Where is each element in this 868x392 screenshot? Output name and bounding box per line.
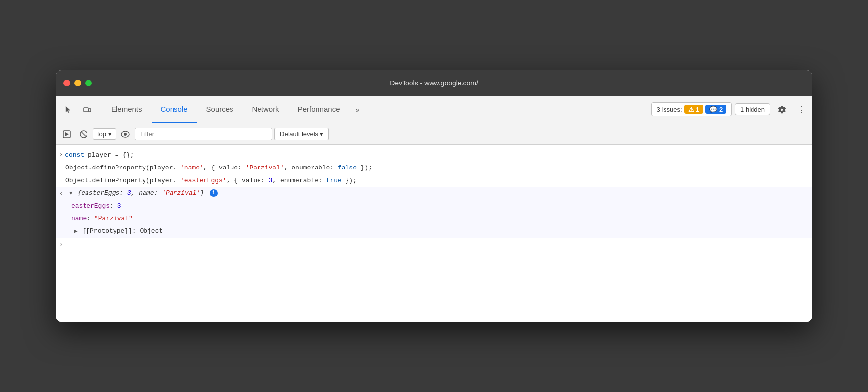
prompt-arrow[interactable]: ›: [59, 240, 63, 250]
object-info-icon[interactable]: i: [210, 189, 218, 197]
inspector-icon-button[interactable]: [59, 101, 77, 118]
console-code-3: Object.defineProperty(player, 'easterEgg…: [65, 176, 809, 186]
execute-icon-button[interactable]: [59, 127, 74, 141]
console-output: › const player = {}; Object.defineProper…: [56, 145, 812, 322]
more-tabs-button[interactable]: »: [350, 102, 366, 117]
prop-eastereggs-code: easterEggs: 3: [71, 201, 809, 212]
console-input-entry-3: Object.defineProperty(player, 'easterEgg…: [56, 174, 812, 187]
console-prop-easter-eggs: easterEggs: 3: [56, 200, 812, 213]
devtools-window: DevTools - www.google.com/ Elements Cons…: [56, 70, 812, 322]
svg-line-5: [81, 132, 86, 137]
devices-icon: [83, 105, 91, 114]
svg-rect-0: [84, 108, 88, 112]
close-button[interactable]: [63, 80, 70, 86]
prototype-expand-icon[interactable]: ▶: [74, 227, 78, 236]
console-code-1: const player = {};: [65, 150, 809, 161]
chat-badge: 💬 2: [705, 105, 726, 114]
settings-icon-button[interactable]: [773, 101, 791, 118]
main-toolbar: Elements Console Sources Network Perform…: [56, 96, 812, 123]
toolbar-right: 3 Issues: ⚠ 1 💬 2 1 hidden ⋮: [651, 101, 809, 118]
device-toolbar-icon-button[interactable]: [78, 101, 96, 118]
console-input-entry-1: › const player = {};: [56, 149, 812, 162]
gear-icon: [778, 105, 786, 114]
more-options-button[interactable]: ⋮: [794, 104, 809, 115]
context-selector[interactable]: top ▾: [93, 128, 116, 140]
divider-1: [99, 102, 99, 117]
maximize-button[interactable]: [85, 80, 92, 86]
prototype-code: ▶ [[Prototype]]: Object: [74, 226, 809, 237]
console-code-2: Object.defineProperty(player, 'name', { …: [65, 163, 809, 173]
console-prototype: ▶ [[Prototype]]: Object: [56, 225, 812, 238]
keyword-const: const: [65, 151, 84, 159]
warning-badge: ⚠ 1: [684, 105, 703, 114]
svg-point-7: [124, 133, 127, 136]
levels-dropdown-arrow-icon: ▾: [320, 130, 323, 138]
clear-icon-button[interactable]: [76, 127, 91, 141]
console-output-entry-1: ‹ ▼ {easterEggs: 3, name: 'Parzival'} i: [56, 187, 812, 199]
traffic-lights: [63, 80, 92, 86]
log-levels-button[interactable]: Default levels ▾: [274, 128, 329, 140]
live-expression-icon-button[interactable]: [118, 127, 133, 141]
execute-icon: [63, 130, 71, 138]
tab-console[interactable]: Console: [152, 96, 197, 123]
output-arrow-1: ‹: [59, 189, 66, 198]
titlebar: DevTools - www.google.com/: [56, 70, 812, 96]
tab-elements[interactable]: Elements: [102, 96, 151, 123]
filter-input[interactable]: [135, 128, 272, 140]
code-text-1: player = {};: [84, 151, 134, 159]
prop-name-code: name: "Parzival": [71, 214, 809, 224]
console-output-object: ▼ {easterEggs: 3, name: 'Parzival'} i: [69, 188, 809, 198]
svg-rect-1: [89, 109, 91, 112]
clear-icon: [80, 130, 87, 138]
input-arrow-1[interactable]: ›: [59, 150, 63, 160]
hidden-count[interactable]: 1 hidden: [735, 103, 770, 115]
minimize-button[interactable]: [74, 80, 81, 86]
console-prop-name: name: "Parzival": [56, 212, 812, 225]
console-toolbar: top ▾ Default levels ▾: [56, 123, 812, 145]
dropdown-arrow-icon: ▾: [108, 130, 112, 138]
issues-count-bar[interactable]: 3 Issues: ⚠ 1 💬 2: [651, 102, 732, 116]
console-prompt: ›: [56, 238, 812, 252]
eye-icon: [121, 131, 130, 138]
svg-marker-3: [65, 132, 69, 136]
expand-triangle-icon[interactable]: ▼: [69, 189, 73, 198]
tab-sources[interactable]: Sources: [198, 96, 242, 123]
tab-performance[interactable]: Performance: [289, 96, 349, 123]
console-input-entry-2: Object.defineProperty(player, 'name', { …: [56, 162, 812, 174]
tab-network[interactable]: Network: [243, 96, 288, 123]
window-title: DevTools - www.google.com/: [390, 79, 478, 87]
cursor-icon: [64, 105, 73, 114]
